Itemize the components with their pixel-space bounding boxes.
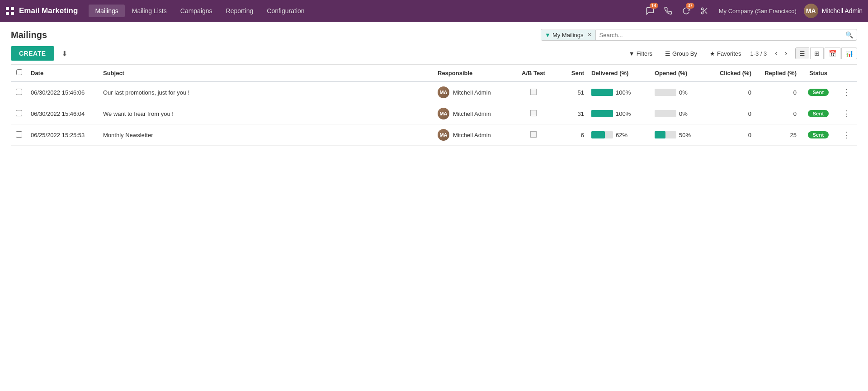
row-subject-1[interactable]: Our last promotions, just for you !	[99, 81, 434, 103]
row-replied-3: 25	[755, 124, 800, 146]
top-navigation: Email Marketing Mailings Mailing Lists C…	[0, 0, 868, 22]
pagination-next[interactable]: ›	[782, 48, 790, 58]
user-menu[interactable]: MA Mitchell Admin	[804, 4, 863, 18]
row-clicked-1: 0	[710, 81, 755, 103]
row-responsible-3: MA Mitchell Admin	[434, 124, 515, 146]
col-header-responsible[interactable]: Responsible	[434, 65, 515, 81]
col-header-date[interactable]: Date	[27, 65, 99, 81]
user-avatar: MA	[804, 4, 818, 18]
refresh-icon-btn[interactable]: 37	[679, 4, 693, 18]
row-delivered-2: 100%	[588, 103, 651, 124]
toolbar: CREATE ⬇ ▼ Filters ☰ Group By ★ Favorite…	[0, 44, 868, 64]
row-abtest-2	[515, 103, 552, 124]
pagination-nav: ‹ ›	[772, 48, 790, 58]
page-header: Mailings ▼ My Mailings ✕ 🔍	[0, 22, 868, 44]
create-button[interactable]: CREATE	[11, 46, 54, 61]
nav-mailing-lists[interactable]: Mailing Lists	[126, 5, 173, 17]
row-more-btn-1[interactable]: ⋮	[840, 86, 854, 98]
main-content: Mailings ▼ My Mailings ✕ 🔍 CREATE ⬇ ▼ Fi…	[0, 22, 868, 391]
row-checkbox-1[interactable]	[16, 89, 22, 95]
delivered-label-1: 100%	[616, 89, 633, 96]
row-clicked-3: 0	[710, 124, 755, 146]
pagination-info: 1-3 / 3	[750, 50, 767, 57]
responsible-avatar-2: MA	[438, 108, 449, 119]
row-abtest-3	[515, 124, 552, 146]
svg-rect-1	[11, 7, 14, 10]
download-button[interactable]: ⬇	[58, 47, 71, 61]
search-filter-tag: ▼ My Mailings ✕	[541, 30, 596, 40]
status-badge-1: Sent	[808, 89, 828, 96]
nav-configuration[interactable]: Configuration	[260, 5, 311, 17]
opened-label-1: 0%	[679, 89, 696, 96]
opened-progress-bg-1	[655, 89, 676, 96]
row-opened-1: 0%	[651, 81, 710, 103]
svg-point-4	[701, 8, 703, 10]
col-header-status[interactable]: Status	[800, 65, 836, 81]
row-date-1[interactable]: 06/30/2022 15:46:06	[27, 81, 99, 103]
row-replied-2: 0	[755, 103, 800, 124]
phone-icon-btn[interactable]	[661, 4, 675, 18]
filters-button[interactable]: ▼ Filters	[625, 48, 656, 59]
col-header-replied[interactable]: Replied (%)	[755, 65, 800, 81]
nav-campaigns[interactable]: Campaigns	[174, 5, 219, 17]
pagination-prev[interactable]: ‹	[772, 48, 780, 58]
row-delivered-1: 100%	[588, 81, 651, 103]
row-abtest-1	[515, 81, 552, 103]
delivered-progress-bg-3	[591, 131, 613, 138]
row-date-3[interactable]: 06/25/2022 15:25:53	[27, 124, 99, 146]
svg-line-7	[705, 12, 707, 14]
grid-menu-icon[interactable]	[5, 6, 14, 15]
responsible-name-3: Mitchell Admin	[453, 132, 491, 138]
favorites-button[interactable]: ★ Favorites	[706, 48, 745, 59]
remove-filter-tag[interactable]: ✕	[587, 32, 592, 38]
table-header-row: Date Subject Responsible A/B Test Sent D…	[11, 65, 857, 81]
row-status-2: Sent	[800, 103, 836, 124]
calendar-view-btn[interactable]: 📅	[825, 48, 840, 59]
row-actions-2: ⋮	[836, 103, 857, 124]
row-subject-3[interactable]: Monthly Newsletter	[99, 124, 434, 146]
row-more-btn-2[interactable]: ⋮	[840, 108, 854, 119]
row-status-1: Sent	[800, 81, 836, 103]
status-badge-2: Sent	[808, 110, 828, 117]
search-bar: ▼ My Mailings ✕ 🔍	[541, 29, 857, 41]
row-checkbox-2[interactable]	[16, 110, 22, 116]
groupby-label: Group By	[672, 50, 697, 57]
topnav-right: 14 37 My Company (San Francisco)	[643, 4, 863, 18]
star-icon: ★	[710, 50, 715, 57]
kanban-view-btn[interactable]: ⊞	[810, 48, 824, 59]
col-header-abtest[interactable]: A/B Test	[515, 65, 552, 81]
row-actions-3: ⋮	[836, 124, 857, 146]
abtest-checkbox-1	[530, 89, 537, 95]
opened-progress-bg-2	[655, 110, 676, 117]
chat-icon-btn[interactable]: 14	[643, 4, 657, 18]
search-icon[interactable]: 🔍	[842, 29, 857, 40]
table-row: 06/30/2022 15:46:04 We want to hear from…	[11, 103, 857, 124]
search-input[interactable]	[596, 30, 842, 40]
row-checkbox-3[interactable]	[16, 131, 22, 138]
col-header-opened[interactable]: Opened (%)	[651, 65, 710, 81]
row-replied-1: 0	[755, 81, 800, 103]
filter-icon: ▼	[629, 50, 635, 57]
select-all-checkbox[interactable]	[16, 69, 22, 75]
scissors-icon-btn[interactable]	[697, 4, 712, 18]
nav-reporting[interactable]: Reporting	[220, 5, 260, 17]
svg-line-8	[703, 10, 704, 11]
row-subject-2[interactable]: We want to hear from you !	[99, 103, 434, 124]
row-sent-1: 51	[552, 81, 588, 103]
row-opened-3: 50%	[651, 124, 710, 146]
row-checkbox-cell	[11, 81, 27, 103]
list-view-btn[interactable]: ☰	[795, 48, 809, 59]
abtest-checkbox-2	[530, 110, 537, 116]
responsible-avatar-3: MA	[438, 129, 449, 141]
nav-mailings[interactable]: Mailings	[89, 5, 124, 17]
col-header-clicked[interactable]: Clicked (%)	[710, 65, 755, 81]
table-row: 06/25/2022 15:25:53 Monthly Newsletter M…	[11, 124, 857, 146]
row-more-btn-3[interactable]: ⋮	[840, 129, 854, 141]
groupby-button[interactable]: ☰ Group By	[661, 48, 701, 59]
col-header-delivered[interactable]: Delivered (%)	[588, 65, 651, 81]
row-date-2[interactable]: 06/30/2022 15:46:04	[27, 103, 99, 124]
graph-view-btn[interactable]: 📊	[841, 48, 857, 59]
col-header-subject[interactable]: Subject	[99, 65, 434, 81]
col-header-sent[interactable]: Sent	[552, 65, 588, 81]
opened-progress-fill-3	[655, 131, 665, 138]
